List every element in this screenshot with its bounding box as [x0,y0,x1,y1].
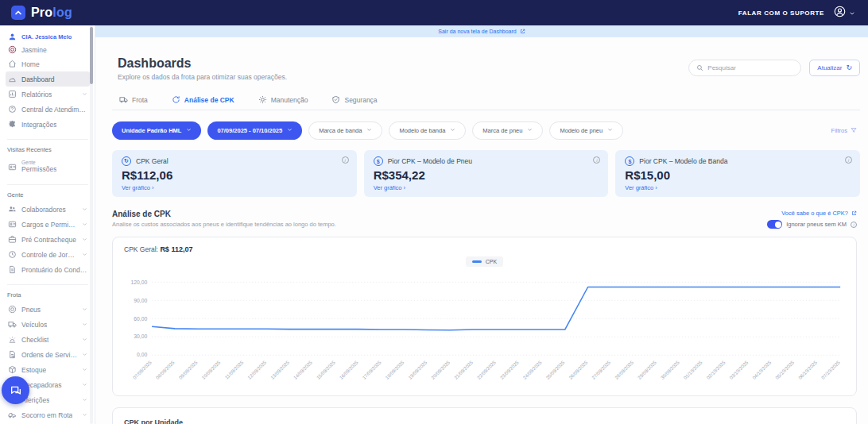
filter-pill-marca-de-banda[interactable]: Marca de banda [308,121,382,140]
sidebar-item-label: Checklist [21,336,48,344]
chevron-down-icon [82,397,87,403]
external-link-icon [520,29,525,34]
x-axis-tick-label: 23/09/2025 [499,360,520,380]
sidebar-item-label: Pré Contracheque [21,236,76,244]
x-axis-tick-label: 06/10/2025 [797,360,818,380]
filter-pill-modelo-de-banda[interactable]: Modelo de banda [389,121,466,140]
chevron-down-icon [82,222,87,227]
x-axis-tick-label: 28/09/2025 [614,360,634,380]
tab-frota[interactable]: Frota [118,91,149,110]
exit-new-dashboard-banner[interactable]: Sair da nova tela de Dashboard [95,25,868,37]
x-axis-tick-label: 20/09/2025 [431,360,451,380]
x-axis-tick-label: 08/09/2025 [155,360,176,380]
chevron-down-icon [82,91,87,97]
sidebar-workspace[interactable]: Jasmine [6,43,90,56]
info-icon[interactable]: i [342,156,349,164]
sidebar-section-label-visitas-recentes: Visitas Recentes [7,139,88,153]
kpi-see-chart-link[interactable]: Ver gráfico › [374,184,599,191]
chevron-down-icon [849,6,855,20]
sidebar-item-integracoes[interactable]: Integrações [6,117,90,132]
kpi-card-cpk-geral[interactable]: ↻CPK GeraliR$112,06Ver gráfico › [112,150,357,197]
chevron-down-icon [186,127,192,134]
chat-fab-button[interactable] [2,376,29,404]
sidebar-company[interactable]: CIA. Jessica Melo [6,30,90,43]
sidebar-item-label: Prontuário do Condutor [21,266,87,274]
external-link-icon [851,210,857,216]
siren-icon [8,335,17,344]
filter-pill-07-09-2025-07-10-2025[interactable]: 07/09/2025 - 07/10/2025 [207,121,302,140]
tab-seguranca[interactable]: Segurança [330,91,378,110]
filter-pill-unidade-padrao-hml[interactable]: Unidade Padrão HML [112,121,201,140]
search-input[interactable] [707,64,793,71]
support-link[interactable]: FALAR COM O SUPORTE [738,10,824,17]
x-axis-tick-label: 18/09/2025 [385,360,405,380]
sidebar-item-pre-contracheque[interactable]: Pré Contracheque [6,232,90,247]
chevron-down-icon [287,127,293,134]
prolog-logo[interactable]: Prolog [11,6,72,20]
kpi-see-chart-link[interactable]: Ver gráfico › [122,184,347,191]
tab-label: Análise de CPK [184,96,234,104]
sidebar-item-label: Integrações [21,121,56,129]
sidebar-item-colaboradores[interactable]: Colaboradores [6,202,90,217]
sidebar-item-checklist[interactable]: Checklist [6,332,90,347]
x-axis-tick-label: 22/09/2025 [476,360,497,380]
x-axis-tick-label: 27/09/2025 [591,360,612,380]
info-icon[interactable]: i [593,156,600,164]
x-axis-tick-label: 10/09/2025 [201,360,222,380]
kpi-value: R$15,00 [625,168,851,182]
filters-label: Filtros [831,127,847,134]
sidebar-item-relatorios[interactable]: Relatórios [6,87,90,102]
reports-icon [8,90,17,98]
filter-pill-marca-de-pneu[interactable]: Marca de pneu [472,121,543,140]
sidebar-item-pneus[interactable]: Pneus [6,302,90,317]
filter-pill-label: Modelo de pneu [560,127,603,134]
x-axis-tick-label: 07/09/2025 [132,360,153,380]
kpi-title: Pior CPK – Modelo de Pneu [388,157,472,165]
search-box[interactable] [688,60,801,76]
y-axis-tick-label: 30,00 [134,333,147,339]
workspace-crest-icon [8,45,17,54]
sidebar-item-cargos-e-permissoes[interactable]: Cargos e Permissões [6,217,90,232]
chevron-down-icon [82,412,87,418]
cpk-help-link[interactable]: Você sabe o que é CPK? [781,210,857,217]
sidebar-item-prontuario-do-condutor[interactable]: Prontuário do Condutor [6,262,90,277]
ignore-tires-toggle[interactable] [767,220,782,229]
sidebar-item-label: Permissões [21,166,56,174]
sidebar-item-veiculos[interactable]: Veículos [6,317,90,332]
x-axis-tick-label: 26/09/2025 [568,360,589,380]
kpi-title: Pior CPK – Modelo de Banda [639,157,727,165]
kpi-see-chart-link[interactable]: Ver gráfico › [625,184,851,191]
sidebar-item-dashboard[interactable]: Dashboard [6,71,90,87]
kpi-value: R$354,22 [374,168,599,182]
cpk-line-chart[interactable]: 0,0030,0060,0090,00120,0007/09/202508/09… [124,268,845,391]
tab-label: Segurança [344,96,377,104]
sidebar-item-estoque[interactable]: Estoque [6,362,90,377]
tab-manutencao[interactable]: Manutenção [257,91,310,110]
sidebar-item-label: Home [21,60,40,68]
sidebar-scrollbar-thumb[interactable] [90,27,93,84]
truck-icon [119,95,128,104]
user-menu-button[interactable] [834,6,855,21]
cpk-series-line[interactable] [152,287,840,330]
filter-pill-label: Marca de pneu [482,127,522,134]
refresh-button[interactable]: Atualizar ↻ [809,60,860,76]
tab-analise-de-cpk[interactable]: Análise de CPK [170,91,236,110]
info-icon[interactable]: i [845,156,852,164]
sidebar-item-central-de-atendimento[interactable]: Central de Atendimento [6,102,90,117]
sidebar-item-label: Colaboradores [21,206,66,214]
info-icon[interactable]: i [851,222,857,228]
kpi-card-pior-cpk-modelo-de-banda[interactable]: $Pior CPK – Modelo de BandaiR$15,00Ver g… [615,150,860,197]
chart-legend[interactable]: CPK [466,256,503,267]
filter-pill-modelo-de-pneu[interactable]: Modelo de pneu [549,121,623,140]
sidebar-scrollbar-track[interactable] [90,25,93,424]
people-icon [8,205,17,214]
sidebar-item-ordens-de-servicos[interactable]: Ordens de Serviços [6,347,90,362]
sidebar-item-home[interactable]: Home [6,56,90,71]
sidebar-item-controle-de-jornada[interactable]: Controle de Jornada [6,247,90,262]
sidebar-item-permissoes[interactable]: GentePermissões [6,156,90,177]
chevron-down-icon [82,252,87,257]
filter-row: Unidade Padrão HML07/09/2025 - 07/10/202… [112,121,860,140]
sidebar-item-socorro-em-rota[interactable]: Socorro em Rota [6,407,90,422]
filters-button[interactable]: Filtros [831,127,857,135]
kpi-card-pior-cpk-modelo-de-pneu[interactable]: $Pior CPK – Modelo de PneuiR$354,22Ver g… [364,150,609,197]
